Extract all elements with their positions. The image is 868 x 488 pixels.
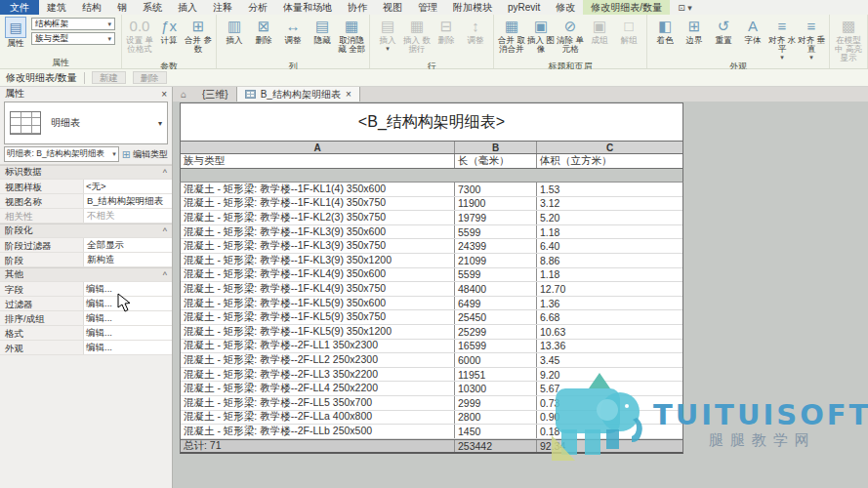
ribbon-tab[interactable]: 建筑	[39, 0, 74, 15]
header-volume[interactable]: 体积（立方米）	[537, 154, 682, 168]
length-cell[interactable]: 11900	[455, 197, 537, 211]
collapse-chevron-icon[interactable]: ^	[163, 270, 167, 280]
family-type-cell[interactable]: 混凝土 - 矩形梁: 教学楼--1F-KL3(9) 350x600	[181, 225, 455, 239]
schedule-title[interactable]: <B_结构构架明细表>	[180, 102, 683, 142]
properties-button[interactable]: ▤ 属性	[3, 17, 28, 50]
delete-button[interactable]: 删除	[133, 71, 167, 84]
unit-format-button[interactable]: 0.0 设置 单位格式	[125, 17, 154, 61]
font-button[interactable]: A 字体	[738, 17, 767, 52]
ribbon-tab[interactable]: 注释	[205, 0, 240, 15]
volume-cell[interactable]: 3.12	[537, 197, 682, 211]
length-cell[interactable]: 19799	[455, 211, 537, 224]
header-family-type[interactable]: 族与类型	[181, 154, 455, 168]
volume-cell[interactable]: 0.18	[537, 425, 682, 438]
contextual-tab-modify-schedule[interactable]: 修改明细表/数量	[583, 0, 670, 15]
length-cell[interactable]: 1450	[455, 425, 537, 438]
column-letter-a[interactable]: A	[181, 142, 455, 153]
property-value[interactable]: 不相关	[84, 209, 172, 223]
delete-column-button[interactable]: ⊠ 删除	[249, 17, 278, 52]
family-type-cell[interactable]: 混凝土 - 矩形梁: 教学楼--2F-LL3 350x2200	[181, 368, 455, 382]
highlight-in-model-button[interactable]: ▩ 在模型中 高亮显示	[833, 17, 864, 69]
length-cell[interactable]: 24399	[455, 239, 537, 253]
volume-cell[interactable]: 1.18	[537, 225, 682, 239]
ribbon-tab[interactable]: 分析	[240, 0, 275, 15]
ribbon-tab[interactable]: 插入	[170, 0, 205, 15]
volume-cell[interactable]: 1.18	[537, 268, 682, 282]
family-type-cell[interactable]: 混凝土 - 矩形梁: 教学楼--2F-LLa 400x800	[181, 411, 455, 425]
ribbon-tab[interactable]: 结构	[74, 0, 109, 15]
ribbon-tab[interactable]: 体量和场地	[275, 0, 340, 15]
view-tab-3d[interactable]: {三维}	[194, 87, 236, 102]
property-value[interactable]: B_结构构架明细表	[84, 194, 172, 208]
family-type-cell[interactable]: 混凝土 - 矩形梁: 教学楼--1F-KL1(4) 350x750	[181, 197, 455, 211]
align-horizontal-button[interactable]: ≡ 对齐 水平 ▾	[767, 17, 797, 61]
ribbon-tab[interactable]: 视图	[375, 0, 410, 15]
volume-cell[interactable]: 0.90	[537, 411, 682, 425]
shading-button[interactable]: ◧ 着色	[650, 17, 680, 52]
volume-cell[interactable]: 1.36	[537, 297, 682, 310]
insert-row-button[interactable]: ▤ 插入 ▾	[373, 17, 402, 52]
family-type-select[interactable]: 族与类型 ▾	[31, 32, 115, 45]
length-cell[interactable]: 2999	[455, 396, 537, 410]
volume-cell[interactable]: 13.36	[537, 340, 682, 353]
ribbon-tab[interactable]: 系统	[135, 0, 170, 15]
resize-column-button[interactable]: ↔ 调整	[278, 17, 308, 52]
ribbon-tab[interactable]: 协作	[340, 0, 375, 15]
length-cell[interactable]: 25450	[455, 310, 537, 324]
panel-display-toggle-icon[interactable]: ⊡ ▾	[670, 0, 700, 15]
volume-cell[interactable]: 8.86	[537, 254, 682, 267]
length-cell[interactable]: 16599	[455, 340, 537, 353]
instance-filter-combo[interactable]: 明细表: B_结构构架明细表 ▾	[4, 146, 119, 162]
length-cell[interactable]: 21099	[455, 254, 537, 267]
volume-cell[interactable]: 5.67	[537, 382, 682, 395]
property-value[interactable]: 全部显示	[84, 238, 172, 252]
unhide-all-button[interactable]: ▦ 取消隐藏 全部	[337, 17, 366, 61]
volume-cell[interactable]: 6.68	[537, 310, 682, 324]
length-cell[interactable]: 10300	[455, 382, 537, 395]
column-letter-b[interactable]: B	[455, 142, 537, 153]
family-type-cell[interactable]: 混凝土 - 矩形梁: 教学楼--1F-KL3(9) 350x1200	[181, 254, 455, 267]
column-letter-c[interactable]: C	[537, 142, 682, 153]
borders-button[interactable]: ⊞ 边界	[680, 17, 709, 52]
delete-row-button[interactable]: ⊟ 删除	[432, 17, 461, 52]
ribbon-tab[interactable]: pyRevit	[500, 0, 548, 15]
property-value[interactable]: 编辑...	[84, 326, 172, 340]
reset-button[interactable]: ↺ 重置	[709, 17, 738, 52]
family-type-cell[interactable]: 混凝土 - 矩形梁: 教学楼--1F-KL4(9) 350x750	[181, 282, 455, 296]
calculate-button[interactable]: ƒx 计算	[154, 17, 184, 52]
file-tab[interactable]: 文件	[0, 0, 39, 15]
clear-cell-button[interactable]: ⊘ 清除 单元格	[556, 17, 585, 61]
collapse-chevron-icon[interactable]: ^	[163, 226, 167, 236]
length-cell[interactable]: 5599	[455, 225, 537, 239]
length-cell[interactable]: 6499	[455, 297, 537, 310]
insert-image-button[interactable]: ▣ 插入 图像	[526, 17, 556, 61]
family-type-cell[interactable]: 混凝土 - 矩形梁: 教学楼--2F-LL2 250x2300	[181, 353, 455, 367]
property-value[interactable]: 编辑...	[84, 341, 172, 354]
home-icon[interactable]: ⌂	[173, 87, 194, 102]
align-vertical-button[interactable]: ≡ 对齐 垂直 ▾	[797, 17, 826, 61]
family-type-cell[interactable]: 混凝土 - 矩形梁: 教学楼--1F-KL5(9) 350x600	[181, 297, 455, 310]
length-cell[interactable]: 11951	[455, 368, 537, 382]
length-cell[interactable]: 2800	[455, 411, 537, 425]
ribbon-tab[interactable]: 修改	[548, 0, 583, 15]
ribbon-tab[interactable]: 附加模块	[445, 0, 500, 15]
length-cell[interactable]: 5599	[455, 268, 537, 282]
family-type-cell[interactable]: 混凝土 - 矩形梁: 教学楼--1F-KL5(9) 350x1200	[181, 325, 455, 339]
length-cell[interactable]: 6000	[455, 353, 537, 367]
family-type-cell[interactable]: 混凝土 - 矩形梁: 教学楼--1F-KL5(9) 350x750	[181, 310, 455, 324]
family-type-cell[interactable]: 混凝土 - 矩形梁: 教学楼--2F-LL4 250x2200	[181, 382, 455, 395]
category-select[interactable]: 结构框架 ▾	[31, 18, 115, 30]
group-button[interactable]: ▣ 成组	[585, 17, 614, 52]
length-cell[interactable]: 7300	[455, 183, 537, 196]
volume-cell[interactable]: 10.63	[537, 325, 682, 339]
family-type-cell[interactable]: 混凝土 - 矩形梁: 教学楼--2F-LL1 350x2300	[181, 340, 455, 353]
insert-column-button[interactable]: ▥ 插入	[220, 17, 249, 52]
collapse-chevron-icon[interactable]: ^	[163, 168, 167, 178]
close-icon[interactable]: ×	[161, 89, 167, 100]
family-type-cell[interactable]: 混凝土 - 矩形梁: 教学楼--1F-KL3(9) 350x750	[181, 239, 455, 253]
volume-cell[interactable]: 0.73	[537, 396, 682, 410]
combine-parameters-button[interactable]: ⊞ 合并 参数	[184, 17, 213, 61]
volume-cell[interactable]: 1.53	[537, 183, 682, 196]
edit-type-button[interactable]: ⊞ 编辑类型	[122, 148, 168, 161]
type-selector[interactable]: 明细表 ▾	[4, 102, 168, 144]
